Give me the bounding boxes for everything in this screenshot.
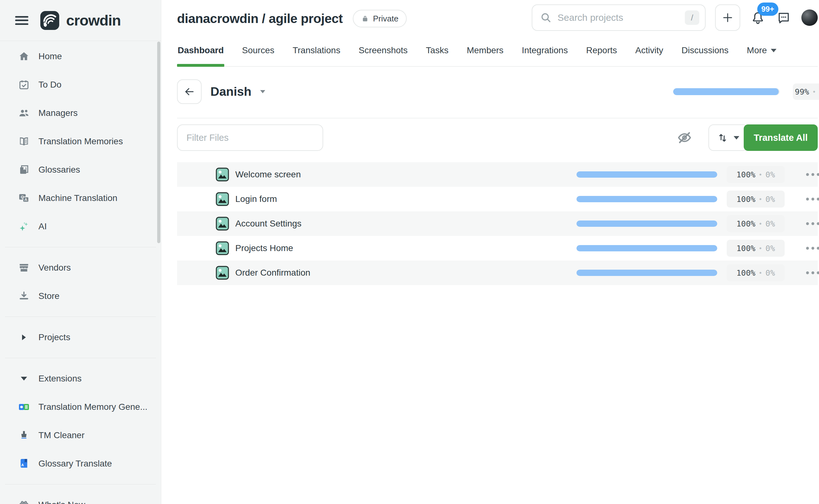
- file-progress-bar: [576, 221, 717, 227]
- file-row[interactable]: Order Confirmation 100%•0%: [177, 261, 818, 285]
- notifications-button[interactable]: 99+: [750, 9, 766, 26]
- glossary-translate-icon: A: [17, 458, 31, 469]
- sidebar-item-glossary-translate[interactable]: A Glossary Translate: [0, 450, 161, 478]
- file-row[interactable]: Account Settings 100%•0%: [177, 211, 818, 236]
- tab-more[interactable]: More: [746, 41, 777, 66]
- back-button[interactable]: [177, 79, 202, 104]
- image-file-icon: [215, 192, 230, 206]
- search-icon: [540, 12, 552, 24]
- create-project-button[interactable]: [715, 4, 740, 31]
- sort-button[interactable]: [708, 124, 748, 151]
- sidebar-item-store[interactable]: Store: [0, 282, 161, 310]
- sidebar-item-machine-translation[interactable]: GA Machine Translation: [0, 184, 161, 212]
- caret-down-icon: [260, 90, 265, 93]
- eye-off-icon: [676, 129, 693, 146]
- sidebar-item-managers[interactable]: Managers: [0, 99, 161, 127]
- file-menu-button[interactable]: [802, 169, 819, 180]
- tab-sources[interactable]: Sources: [241, 41, 275, 66]
- sidebar-item-home[interactable]: Home: [0, 42, 161, 71]
- search-input[interactable]: [558, 12, 679, 23]
- file-progress-bar: [576, 270, 717, 276]
- user-avatar[interactable]: [801, 9, 818, 26]
- file-name[interactable]: Account Settings: [235, 219, 301, 229]
- file-menu-button[interactable]: [802, 194, 819, 204]
- plus-icon: [721, 11, 734, 24]
- crowdin-logo[interactable]: crowdin: [40, 10, 121, 31]
- file-menu-button[interactable]: [802, 219, 819, 229]
- tm-cleaner-icon: [17, 430, 31, 441]
- files-toolbar: Translate All: [177, 124, 818, 151]
- project-header: dianacrowdin / agile project Private: [177, 6, 407, 31]
- glossaries-icon: [17, 164, 31, 175]
- ellipsis-icon: [806, 173, 809, 176]
- caret-right-icon: [17, 335, 31, 340]
- sort-icon: [717, 132, 728, 143]
- chat-icon: [776, 10, 791, 25]
- sidebar-item-vendors[interactable]: Vendors: [0, 254, 161, 282]
- sidebar-item-whats-new[interactable]: What's New: [0, 491, 161, 504]
- whats-new-gift-icon: [17, 499, 31, 504]
- file-row[interactable]: Login form 100%•0%: [177, 187, 818, 211]
- sidebar-item-translation-memories[interactable]: Translation Memories: [0, 127, 161, 156]
- file-progress-label: 100%•0%: [727, 166, 785, 183]
- file-name[interactable]: Login form: [235, 194, 277, 204]
- file-row[interactable]: Projects Home 100%•0%: [177, 236, 818, 261]
- svg-text:A: A: [24, 198, 27, 202]
- ellipsis-icon: [806, 247, 809, 250]
- sidebar-item-tm-cleaner[interactable]: TM Cleaner: [0, 421, 161, 450]
- privacy-label: Private: [373, 14, 398, 24]
- notifications-count-badge: 99+: [757, 3, 778, 16]
- sidebar-item-extensions[interactable]: Extensions: [0, 364, 161, 393]
- file-name[interactable]: Projects Home: [235, 243, 293, 253]
- sidebar-item-tm-generator[interactable]: Translation Memory Gene...: [0, 393, 161, 421]
- tab-activity[interactable]: Activity: [635, 41, 664, 66]
- file-list: Welcome screen 100%•0% Login form 100%•0…: [177, 162, 818, 285]
- file-menu-button[interactable]: [802, 268, 819, 278]
- sidebar-divider: [5, 247, 156, 247]
- translate-all-button[interactable]: Translate All: [744, 124, 818, 151]
- machine-translation-icon: GA: [17, 192, 31, 204]
- file-row[interactable]: Welcome screen 100%•0%: [177, 162, 818, 187]
- filter-files-input[interactable]: [177, 124, 323, 151]
- tab-screenshots[interactable]: Screenshots: [358, 41, 408, 66]
- file-progress-bar: [576, 196, 717, 202]
- privacy-badge: Private: [353, 10, 407, 27]
- back-arrow-icon: [184, 86, 195, 97]
- tab-tasks[interactable]: Tasks: [425, 41, 449, 66]
- lock-icon: [361, 14, 369, 23]
- language-selector[interactable]: Danish: [210, 85, 265, 99]
- file-progress-label: 100%•0%: [727, 215, 785, 232]
- search-shortcut-key: /: [685, 10, 699, 25]
- tab-integrations[interactable]: Integrations: [521, 41, 568, 66]
- sidebar-item-glossaries[interactable]: Glossaries: [0, 156, 161, 184]
- file-menu-button[interactable]: [802, 243, 819, 254]
- sidebar-scrollbar[interactable]: [157, 42, 160, 243]
- todo-calendar-icon: [17, 79, 31, 90]
- tab-discussions[interactable]: Discussions: [681, 41, 729, 66]
- language-header: Danish 99% • 0%: [177, 79, 818, 104]
- svg-text:A: A: [21, 463, 24, 467]
- sidebar-item-projects[interactable]: Projects: [0, 323, 161, 352]
- sidebar-divider: [5, 484, 156, 484]
- sidebar-item-todo[interactable]: To Do: [0, 71, 161, 99]
- translation-memories-icon: [17, 135, 31, 147]
- vendors-icon: [17, 262, 31, 273]
- caret-down-icon: [17, 377, 31, 381]
- file-progress-label: 100%•0%: [727, 264, 785, 281]
- language-name: Danish: [210, 85, 251, 99]
- file-name[interactable]: Welcome screen: [235, 169, 301, 180]
- language-progress-label: 99% • 0%: [793, 83, 819, 100]
- file-name[interactable]: Order Confirmation: [235, 268, 310, 278]
- hide-completed-toggle[interactable]: [676, 129, 693, 146]
- caret-down-icon: [771, 49, 776, 52]
- hamburger-menu-icon[interactable]: [14, 14, 29, 27]
- messages-button[interactable]: [776, 9, 792, 26]
- sidebar-item-ai[interactable]: AI: [0, 212, 161, 241]
- tab-translations[interactable]: Translations: [292, 41, 341, 66]
- tab-members[interactable]: Members: [466, 41, 504, 66]
- image-file-icon: [215, 167, 230, 182]
- divider: [177, 118, 818, 118]
- tab-reports[interactable]: Reports: [586, 41, 618, 66]
- caret-down-icon: [734, 136, 739, 140]
- tab-dashboard[interactable]: Dashboard: [177, 41, 224, 66]
